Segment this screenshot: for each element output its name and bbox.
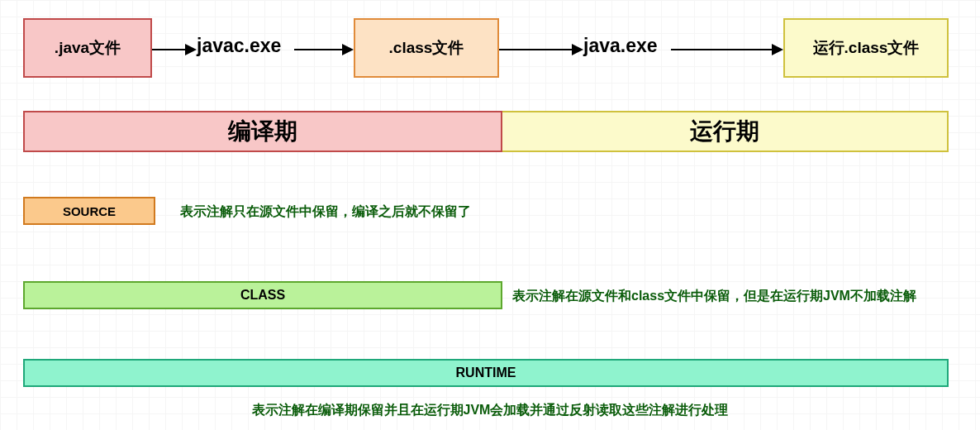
run-class-box: 运行.class文件 [783,18,949,78]
arrow-java-end [671,41,783,58]
retention-source-bar: SOURCE [23,197,155,225]
phase-bar: 编译期 运行期 [23,111,949,152]
javac-label: javac.exe [197,35,281,57]
retention-class-bar: CLASS [23,281,502,309]
retention-class-desc: 表示注解在源文件和class文件中保留，但是在运行期JVM不加载注解 [512,288,916,305]
retention-runtime-desc: 表示注解在编译期保留并且在运行期JVM会加载并通过反射读取这些注解进行处理 [0,402,980,419]
arrow-javac-end [294,41,354,58]
arrow-java-start [499,41,583,58]
java-label: java.exe [583,35,658,57]
class-file-box: .class文件 [354,18,499,78]
retention-runtime-bar: RUNTIME [23,359,949,387]
java-file-box: .java文件 [23,18,152,78]
arrow-javac-start [152,41,197,58]
phase-compile: 编译期 [23,111,502,152]
retention-source-desc: 表示注解只在源文件中保留，编译之后就不保留了 [180,203,471,221]
phase-run: 运行期 [502,111,949,152]
